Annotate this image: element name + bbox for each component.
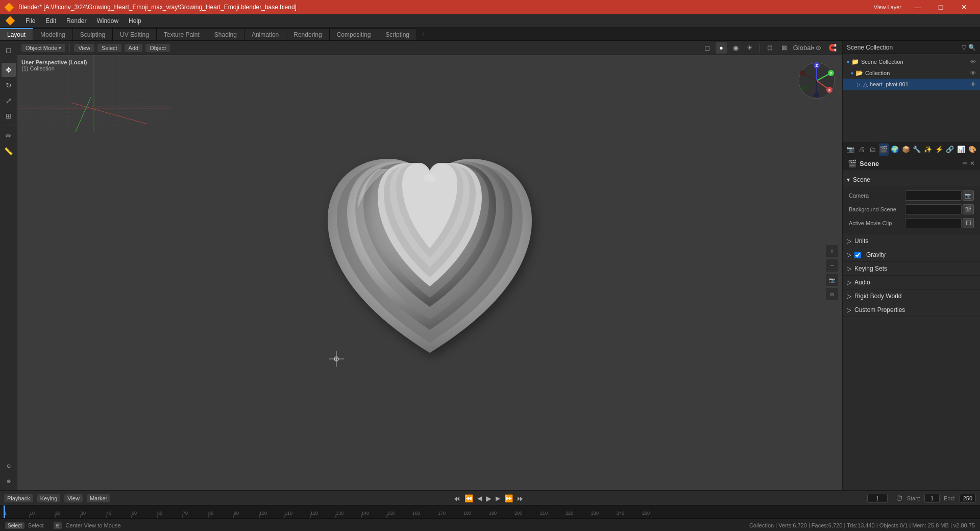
tab-animation[interactable]: Animation [244,28,286,40]
props-output-icon[interactable]: 🖨 [857,143,867,156]
tab-modeling[interactable]: Modeling [33,28,73,40]
menu-edit[interactable]: Edit [40,14,61,27]
rotate-tool-btn[interactable]: ↻ [2,78,16,92]
nav-gizmo[interactable]: Z Y X [796,60,837,101]
scene-props-edit-icon[interactable]: ✏ [963,160,968,167]
add-menu-btn[interactable]: Add [125,44,143,52]
end-frame-input[interactable]: 250 [960,494,976,503]
select-menu-btn[interactable]: Select [97,44,121,52]
props-world-icon[interactable]: 🌍 [890,143,900,156]
props-object-icon[interactable]: 📦 [901,143,911,156]
camera-btn[interactable]: 📷 [826,274,838,286]
maximize-button[interactable]: □ [929,0,952,14]
current-frame-input[interactable]: 1 [867,494,888,503]
select-box-tool-btn[interactable]: ◻ [2,43,16,57]
movie-clip-icon[interactable]: 🎞 [963,218,974,228]
zoom-out-btn[interactable]: − [826,259,838,272]
zoom-in-btn[interactable]: + [826,245,838,257]
snap-btn[interactable]: 🧲 [827,42,838,54]
view-menu-tl[interactable]: View [64,494,83,502]
props-material-icon[interactable]: 🎨 [967,143,977,156]
focus-btn[interactable]: ⊙ [826,288,838,300]
transform-orient-btn[interactable]: ⊗ [2,474,16,488]
scale-tool-btn[interactable]: ⤢ [2,93,16,108]
tab-uv-editing[interactable]: UV Editing [113,28,157,40]
menu-blender[interactable]: 🔶 [0,14,20,27]
prev-keyframe-btn[interactable]: ◀ [477,495,482,502]
add-workspace-button[interactable]: + [417,28,431,40]
menu-help[interactable]: Help [124,14,146,27]
tab-shading[interactable]: Shading [207,28,244,40]
props-view-layer-icon[interactable]: 🗂 [868,143,877,156]
outliner-item-collection[interactable]: ▾ 📂 Collection 👁 [843,67,980,79]
move-tool-btn[interactable]: ✥ [2,63,16,77]
visibility-icon-heart[interactable]: 👁 [970,81,976,87]
tab-compositing[interactable]: Compositing [330,28,379,40]
background-scene-icon[interactable]: 🎬 [963,204,974,214]
outliner-filter-icon[interactable]: ▽ [962,44,966,51]
view-tool-btn[interactable]: ⊙ [2,458,16,473]
visibility-icon-collection[interactable]: 👁 [970,70,976,76]
playhead[interactable] [4,505,5,518]
props-constraints-icon[interactable]: 🔗 [945,143,955,156]
object-mode-dropdown[interactable]: Object Mode ▾ [21,44,65,52]
audio-section-header[interactable]: ▷ Audio [843,276,980,289]
tab-layout[interactable]: Layout [0,28,33,40]
overlay-toggle[interactable]: ⊡ [764,42,775,54]
keying-sets-header[interactable]: ▷ Keying Sets [843,262,980,275]
playback-menu[interactable]: Playback [4,494,33,502]
outliner-item-heart[interactable]: ▷ △ heart_pivot.001 👁 [843,79,980,90]
gravity-checkbox[interactable] [854,252,861,258]
next-frame-btn[interactable]: ⏩ [504,494,513,502]
props-modifier-icon[interactable]: 🔧 [912,143,922,156]
gravity-section-header[interactable]: ▷ Gravity [843,248,980,261]
heart-3d-object[interactable] [312,118,547,383]
visibility-icon-scene[interactable]: 👁 [970,59,976,65]
start-frame-input[interactable]: 1 [924,494,940,503]
measure-tool-btn[interactable]: 📏 [2,144,16,158]
scene-props-unlink-icon[interactable]: ✕ [970,160,975,167]
view-menu-btn[interactable]: View [74,44,94,52]
background-scene-value[interactable] [905,204,962,214]
next-keyframe-btn[interactable]: ▶ [496,495,500,502]
play-btn[interactable]: ▶ [486,494,492,502]
props-render-icon[interactable]: 📷 [846,143,855,156]
camera-browse-icon[interactable]: 📷 [963,190,974,201]
units-section-header[interactable]: ▷ Units [843,234,980,248]
menu-window[interactable]: Window [91,14,124,27]
props-scene-icon[interactable]: 🎬 [879,143,889,156]
viewport-shading-rendered[interactable]: ☀ [744,42,755,54]
transform-tool-btn[interactable]: ⊞ [2,109,16,123]
keying-menu[interactable]: Keying [37,494,61,502]
viewport-shading-wire[interactable]: ◻ [701,42,713,54]
props-particles-icon[interactable]: ✨ [923,143,933,156]
outliner-search-icon[interactable]: 🔍 [968,44,976,51]
xray-toggle[interactable]: ⊠ [778,42,790,54]
scene-section-header[interactable]: ▾ Scene [843,173,980,186]
prev-frame-btn[interactable]: ⏪ [464,494,473,502]
camera-value[interactable] [905,190,962,201]
movie-clip-value[interactable] [905,218,962,228]
object-menu-btn[interactable]: Object [145,44,170,52]
proportional-edit-btn[interactable]: ⊙ [813,42,824,54]
transform-global-dropdown[interactable]: Global ▾ [798,42,810,54]
viewport-shading-solid[interactable]: ● [716,42,727,54]
close-button[interactable]: ✕ [952,0,976,14]
marker-menu[interactable]: Marker [87,494,110,502]
props-data-icon[interactable]: 📊 [957,143,966,156]
menu-file[interactable]: File [20,14,40,27]
jump-start-btn[interactable]: ⏮ [453,494,460,502]
tab-scripting[interactable]: Scripting [378,28,417,40]
tab-texture-paint[interactable]: Texture Paint [157,28,207,40]
jump-end-btn[interactable]: ⏭ [517,494,524,502]
menu-render[interactable]: Render [61,14,91,27]
rigid-body-header[interactable]: ▷ Rigid Body World [843,289,980,303]
timeline-scrubber[interactable]: 1 10 20 30 40 50 60 70 80 90 100 110 120… [0,505,980,518]
tab-sculpting[interactable]: Sculpting [73,28,113,40]
outliner-item-scene-collection[interactable]: ▾ 📁 Scene Collection 👁 [843,56,980,67]
viewport-shading-material[interactable]: ◉ [730,42,741,54]
tab-rendering[interactable]: Rendering [286,28,329,40]
viewport-3d[interactable]: User Perspective (Local) (1) Collection [17,55,842,490]
minimize-button[interactable]: — [905,0,929,14]
props-physics-icon[interactable]: ⚡ [934,143,944,156]
